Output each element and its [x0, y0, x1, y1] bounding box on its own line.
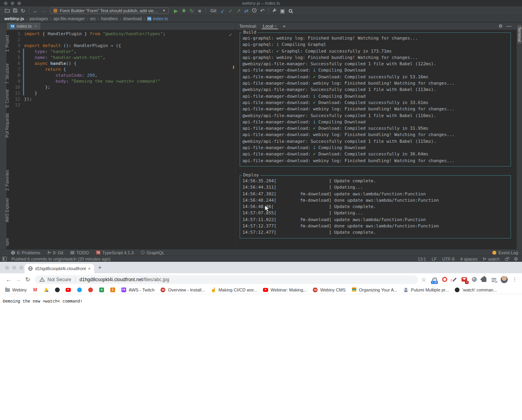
- twitch-icon: [121, 287, 126, 292]
- breadcrumb-item[interactable]: download: [122, 16, 142, 21]
- new-tab-button[interactable]: +: [98, 264, 102, 271]
- bookmark-item[interactable]: +: [99, 287, 104, 292]
- breadcrumb-item[interactable]: api-file-manager: [53, 16, 85, 21]
- back-icon[interactable]: ←: [31, 8, 39, 14]
- file-encoding[interactable]: UTF-8: [442, 257, 454, 261]
- youtube-icon: [66, 287, 71, 292]
- bookmark-item[interactable]: ☝Making CI/CD wor...: [211, 287, 257, 292]
- close-window-button[interactable]: [5, 266, 9, 270]
- lock-icon[interactable]: [505, 258, 508, 261]
- breadcrumb-item[interactable]: TSindex.ts: [146, 16, 169, 21]
- toolwindow-icon[interactable]: ▣: [278, 8, 286, 14]
- code-area[interactable]: import { HandlerPlugin } from "@webiny/h…: [24, 31, 235, 249]
- breadcrumb-item[interactable]: packages: [28, 16, 49, 21]
- bookmark-item[interactable]: Organizing Your A...: [352, 287, 397, 292]
- browser-reload-icon[interactable]: ↻: [23, 276, 32, 283]
- bookmark-item[interactable]: [55, 287, 60, 292]
- minimize-window-button[interactable]: [12, 266, 16, 270]
- bookmark-item[interactable]: Webinar: Making...: [263, 287, 307, 292]
- bookmark-item[interactable]: wWebiny CMS: [313, 287, 346, 292]
- close-window-button[interactable]: [4, 2, 8, 5]
- editor-body[interactable]: 12345678910111213 import { HandlerPlugin…: [7, 30, 235, 249]
- extension-blocker-icon[interactable]: [441, 276, 448, 283]
- event-log-icon: [492, 251, 496, 255]
- status-message[interactable]: Pushed 6 commits to origin/watch (20 min…: [11, 257, 110, 261]
- browser-back-icon[interactable]: ←: [4, 276, 13, 283]
- run-button[interactable]: ▶: [172, 8, 180, 14]
- bookmark-item[interactable]: M: [32, 287, 38, 292]
- window-controls[interactable]: [4, 2, 21, 5]
- bookmark-item[interactable]: AWS - Twitch: [121, 287, 154, 292]
- forward-icon[interactable]: →: [39, 8, 47, 14]
- breadcrumb-item[interactable]: src: [89, 16, 97, 21]
- bookmark-item[interactable]: [88, 287, 93, 292]
- close-icon[interactable]: ×: [274, 24, 277, 28]
- new-terminal-tab-button[interactable]: +: [283, 23, 286, 29]
- browser-window-controls[interactable]: [5, 266, 23, 270]
- rollback-icon[interactable]: ↶: [258, 8, 266, 14]
- close-tab-icon[interactable]: ×: [88, 266, 91, 271]
- highlighting-level-icon[interactable]: ⚙: [514, 256, 518, 262]
- bookmark-item[interactable]: [66, 287, 71, 292]
- run-with-coverage-button[interactable]: ↻: [188, 8, 196, 14]
- browser-tab[interactable]: d1hgd8csopkt4i.cloudfront.net ×: [25, 264, 94, 273]
- toolwindow-toggle-icon[interactable]: [2, 257, 7, 261]
- git-fetch-icon[interactable]: ⇄: [242, 8, 250, 14]
- save-icon[interactable]: [11, 8, 19, 14]
- extensions-puzzle-icon[interactable]: [481, 276, 487, 283]
- breadcrumb-item[interactable]: webiny-js: [4, 16, 25, 21]
- bookmark-item[interactable]: Pulumi Multiple pr...: [403, 287, 449, 292]
- open-folder-icon[interactable]: [3, 8, 11, 14]
- toolwindow-button-terminal[interactable]: Terminal: [517, 25, 522, 44]
- extension-list-icon[interactable]: [491, 276, 497, 283]
- tab-index-ts[interactable]: TS index.ts ×: [7, 23, 40, 30]
- git-branch-widget[interactable]: watch: [483, 257, 499, 261]
- minimize-panel-icon[interactable]: —: [507, 23, 511, 29]
- breadcrumb-item[interactable]: handlers: [100, 16, 119, 21]
- zoom-window-button[interactable]: [19, 266, 23, 270]
- extension-mail-icon[interactable]: 5: [461, 276, 467, 283]
- history-clock-icon[interactable]: [250, 8, 258, 14]
- toolwindow-button-git[interactable]: 9: Git: [47, 250, 63, 255]
- toolwindow-button-problems[interactable]: !6: Problems: [11, 250, 40, 255]
- indent-setting[interactable]: 4 spaces: [460, 257, 477, 261]
- minimize-window-button[interactable]: [11, 2, 14, 5]
- address-bar[interactable]: Not Secure d1hgd8csopkt4i.cloudfront.net…: [35, 275, 418, 284]
- terminal-settings-gear-icon[interactable]: ⚙: [498, 23, 503, 29]
- search-everywhere-icon[interactable]: [289, 9, 292, 13]
- browser-forward-icon[interactable]: →: [13, 276, 23, 283]
- extension-bag-icon[interactable]: 2.26: [431, 276, 438, 283]
- wrench-icon[interactable]: [270, 8, 278, 14]
- url-text[interactable]: d1hgd8csopkt4i.cloudfront.net/files/abc.…: [79, 277, 169, 282]
- green-icon: +: [99, 287, 104, 292]
- debug-button[interactable]: [180, 8, 188, 14]
- bookmark-item[interactable]: wOverview - Install...: [161, 287, 205, 292]
- bookmark-item[interactable]: [44, 287, 49, 292]
- bookmark-item[interactable]: Webiny: [5, 287, 26, 292]
- zoom-window-button[interactable]: [17, 2, 21, 5]
- sync-icon[interactable]: ↻: [19, 8, 27, 14]
- git-update-icon[interactable]: ↙: [219, 8, 227, 14]
- browser-menu-icon[interactable]: ⋮: [512, 276, 517, 282]
- stop-button[interactable]: ■: [196, 8, 204, 14]
- bookmark-star-icon[interactable]: ☆: [421, 276, 426, 283]
- git-commit-icon[interactable]: ✓: [227, 8, 235, 14]
- toolwindow-button-typescript[interactable]: TSTypeScript 4.1.3: [96, 250, 134, 255]
- close-icon[interactable]: ×: [34, 24, 37, 28]
- line-ending[interactable]: LF: [431, 257, 437, 261]
- bookmark-item[interactable]: λ: [110, 287, 115, 292]
- terminal-tab-local[interactable]: Local×: [262, 23, 278, 29]
- terminal-output[interactable]: Build api-graphql: webiny log: Finished …: [236, 30, 516, 249]
- run-configuration-select[interactable]: Form Builder "Form" Test.should publish,…: [50, 8, 169, 14]
- event-log-button[interactable]: Event Log: [492, 250, 518, 255]
- bookmark-item[interactable]: 'watch' comman...: [455, 287, 497, 292]
- profile-avatar[interactable]: [501, 276, 508, 283]
- security-label[interactable]: Not Secure: [47, 277, 71, 282]
- toolwindow-button-graphql[interactable]: ⬡GraphQL: [141, 250, 165, 255]
- caret-position[interactable]: 13:1: [418, 257, 426, 261]
- git-push-icon[interactable]: ↗: [235, 8, 242, 14]
- toolwindow-button-todo[interactable]: TODO: [70, 250, 89, 255]
- bookmark-item[interactable]: [77, 287, 82, 292]
- extension-eyedropper-icon[interactable]: [451, 276, 458, 283]
- extension-misc-icon[interactable]: [471, 276, 477, 283]
